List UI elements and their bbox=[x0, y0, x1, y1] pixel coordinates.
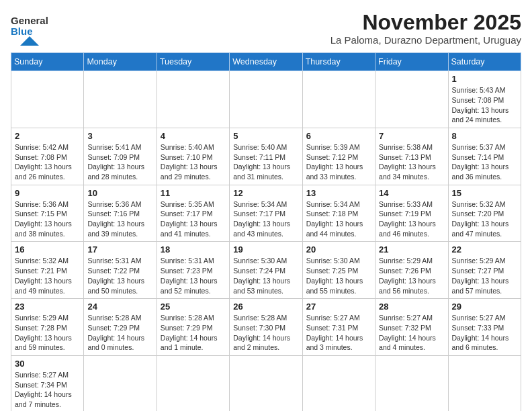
day-info: Sunrise: 5:31 AM Sunset: 7:23 PM Dayligh… bbox=[161, 256, 226, 295]
calendar-day-cell bbox=[157, 71, 229, 128]
calendar-day-cell bbox=[302, 71, 375, 128]
calendar-day-cell: 5Sunrise: 5:40 AM Sunset: 7:11 PM Daylig… bbox=[230, 128, 302, 185]
day-number: 29 bbox=[452, 302, 517, 312]
calendar-day-cell: 29Sunrise: 5:27 AM Sunset: 7:33 PM Dayli… bbox=[448, 299, 521, 356]
day-of-week-header: Thursday bbox=[302, 53, 375, 71]
day-of-week-header: Saturday bbox=[448, 53, 521, 71]
calendar-day-cell: 14Sunrise: 5:33 AM Sunset: 7:19 PM Dayli… bbox=[375, 185, 448, 242]
day-info: Sunrise: 5:32 AM Sunset: 7:20 PM Dayligh… bbox=[452, 199, 517, 239]
day-number: 17 bbox=[87, 244, 152, 255]
day-of-week-header: Friday bbox=[375, 53, 448, 71]
calendar-day-cell: 26Sunrise: 5:28 AM Sunset: 7:30 PM Dayli… bbox=[230, 299, 302, 356]
calendar-day-cell bbox=[84, 71, 157, 128]
calendar-day-cell: 24Sunrise: 5:28 AM Sunset: 7:29 PM Dayli… bbox=[84, 299, 157, 356]
day-info: Sunrise: 5:28 AM Sunset: 7:30 PM Dayligh… bbox=[233, 313, 298, 353]
day-number: 14 bbox=[379, 188, 444, 198]
day-info: Sunrise: 5:28 AM Sunset: 7:29 PM Dayligh… bbox=[161, 313, 226, 353]
calendar-week-row: 9Sunrise: 5:36 AM Sunset: 7:15 PM Daylig… bbox=[11, 185, 521, 242]
calendar-day-cell bbox=[230, 355, 302, 411]
day-number: 15 bbox=[452, 188, 517, 198]
calendar-day-cell: 4Sunrise: 5:40 AM Sunset: 7:10 PM Daylig… bbox=[157, 128, 229, 185]
calendar-day-cell: 9Sunrise: 5:36 AM Sunset: 7:15 PM Daylig… bbox=[11, 185, 84, 242]
day-number: 21 bbox=[379, 244, 444, 255]
calendar-week-row: 30Sunrise: 5:27 AM Sunset: 7:34 PM Dayli… bbox=[11, 355, 521, 411]
calendar-day-cell: 23Sunrise: 5:29 AM Sunset: 7:28 PM Dayli… bbox=[11, 299, 84, 356]
day-number: 10 bbox=[87, 188, 152, 198]
calendar-week-row: 2Sunrise: 5:42 AM Sunset: 7:08 PM Daylig… bbox=[11, 128, 521, 185]
calendar-day-cell: 16Sunrise: 5:32 AM Sunset: 7:21 PM Dayli… bbox=[11, 242, 84, 299]
calendar-day-cell: 19Sunrise: 5:30 AM Sunset: 7:24 PM Dayli… bbox=[230, 242, 302, 299]
calendar-week-row: 23Sunrise: 5:29 AM Sunset: 7:28 PM Dayli… bbox=[11, 299, 521, 356]
day-number: 13 bbox=[306, 188, 371, 198]
day-number: 18 bbox=[161, 244, 226, 255]
title-block: November 2025 La Paloma, Durazno Departm… bbox=[330, 11, 521, 46]
calendar-day-cell bbox=[302, 355, 375, 411]
calendar-day-cell: 27Sunrise: 5:27 AM Sunset: 7:31 PM Dayli… bbox=[302, 299, 375, 356]
day-info: Sunrise: 5:41 AM Sunset: 7:09 PM Dayligh… bbox=[87, 142, 152, 182]
calendar-day-cell: 22Sunrise: 5:29 AM Sunset: 7:27 PM Dayli… bbox=[448, 242, 521, 299]
day-info: Sunrise: 5:34 AM Sunset: 7:18 PM Dayligh… bbox=[306, 199, 371, 239]
day-info: Sunrise: 5:42 AM Sunset: 7:08 PM Dayligh… bbox=[15, 142, 80, 182]
day-info: Sunrise: 5:36 AM Sunset: 7:16 PM Dayligh… bbox=[87, 199, 152, 239]
day-info: Sunrise: 5:27 AM Sunset: 7:32 PM Dayligh… bbox=[379, 313, 444, 353]
day-number: 2 bbox=[15, 131, 80, 141]
day-number: 1 bbox=[452, 74, 517, 84]
calendar-day-cell: 1Sunrise: 5:43 AM Sunset: 7:08 PM Daylig… bbox=[448, 71, 521, 128]
day-of-week-header: Tuesday bbox=[157, 53, 229, 71]
page-header: General Blue November 2025 La Paloma, Du… bbox=[11, 11, 521, 46]
day-info: Sunrise: 5:39 AM Sunset: 7:12 PM Dayligh… bbox=[306, 142, 371, 182]
day-info: Sunrise: 5:43 AM Sunset: 7:08 PM Dayligh… bbox=[452, 85, 517, 125]
calendar-week-row: 1Sunrise: 5:43 AM Sunset: 7:08 PM Daylig… bbox=[11, 71, 521, 128]
day-number: 28 bbox=[379, 302, 444, 312]
day-number: 26 bbox=[233, 302, 298, 312]
logo-icon: General Blue bbox=[11, 11, 48, 46]
calendar-day-cell: 21Sunrise: 5:29 AM Sunset: 7:26 PM Dayli… bbox=[375, 242, 448, 299]
day-info: Sunrise: 5:29 AM Sunset: 7:26 PM Dayligh… bbox=[379, 256, 444, 295]
calendar-day-cell: 3Sunrise: 5:41 AM Sunset: 7:09 PM Daylig… bbox=[84, 128, 157, 185]
svg-text:Blue: Blue bbox=[11, 26, 33, 37]
calendar-day-cell: 28Sunrise: 5:27 AM Sunset: 7:32 PM Dayli… bbox=[375, 299, 448, 356]
calendar-day-cell bbox=[11, 71, 84, 128]
day-of-week-header: Monday bbox=[84, 53, 157, 71]
day-info: Sunrise: 5:27 AM Sunset: 7:34 PM Dayligh… bbox=[15, 370, 80, 410]
day-info: Sunrise: 5:29 AM Sunset: 7:28 PM Dayligh… bbox=[15, 313, 80, 353]
calendar-table: SundayMondayTuesdayWednesdayThursdayFrid… bbox=[11, 52, 521, 411]
day-info: Sunrise: 5:33 AM Sunset: 7:19 PM Dayligh… bbox=[379, 199, 444, 239]
calendar-day-cell: 10Sunrise: 5:36 AM Sunset: 7:16 PM Dayli… bbox=[84, 185, 157, 242]
day-number: 6 bbox=[306, 131, 371, 141]
day-of-week-header: Wednesday bbox=[230, 53, 302, 71]
svg-text:General: General bbox=[11, 15, 48, 26]
calendar-day-cell: 17Sunrise: 5:31 AM Sunset: 7:22 PM Dayli… bbox=[84, 242, 157, 299]
calendar-header-row: SundayMondayTuesdayWednesdayThursdayFrid… bbox=[11, 53, 521, 71]
svg-marker-2 bbox=[20, 36, 39, 46]
day-info: Sunrise: 5:36 AM Sunset: 7:15 PM Dayligh… bbox=[15, 199, 80, 239]
day-number: 8 bbox=[452, 131, 517, 141]
calendar-day-cell bbox=[157, 355, 229, 411]
day-number: 4 bbox=[161, 131, 226, 141]
location-title: La Paloma, Durazno Department, Uruguay bbox=[330, 34, 521, 46]
month-title: November 2025 bbox=[330, 11, 521, 34]
day-info: Sunrise: 5:30 AM Sunset: 7:25 PM Dayligh… bbox=[306, 256, 371, 295]
day-number: 20 bbox=[306, 244, 371, 255]
day-number: 22 bbox=[452, 244, 517, 255]
calendar-day-cell: 7Sunrise: 5:38 AM Sunset: 7:13 PM Daylig… bbox=[375, 128, 448, 185]
calendar-day-cell: 11Sunrise: 5:35 AM Sunset: 7:17 PM Dayli… bbox=[157, 185, 229, 242]
day-info: Sunrise: 5:32 AM Sunset: 7:21 PM Dayligh… bbox=[15, 256, 80, 295]
day-info: Sunrise: 5:38 AM Sunset: 7:13 PM Dayligh… bbox=[379, 142, 444, 182]
calendar-day-cell: 6Sunrise: 5:39 AM Sunset: 7:12 PM Daylig… bbox=[302, 128, 375, 185]
calendar-day-cell: 13Sunrise: 5:34 AM Sunset: 7:18 PM Dayli… bbox=[302, 185, 375, 242]
day-info: Sunrise: 5:40 AM Sunset: 7:11 PM Dayligh… bbox=[233, 142, 298, 182]
day-number: 19 bbox=[233, 244, 298, 255]
day-number: 7 bbox=[379, 131, 444, 141]
day-number: 24 bbox=[87, 302, 152, 312]
calendar-day-cell bbox=[375, 355, 448, 411]
day-number: 5 bbox=[233, 131, 298, 141]
day-number: 27 bbox=[306, 302, 371, 312]
day-info: Sunrise: 5:35 AM Sunset: 7:17 PM Dayligh… bbox=[161, 199, 226, 239]
day-info: Sunrise: 5:37 AM Sunset: 7:14 PM Dayligh… bbox=[452, 142, 517, 182]
day-number: 9 bbox=[15, 188, 80, 198]
day-info: Sunrise: 5:40 AM Sunset: 7:10 PM Dayligh… bbox=[161, 142, 226, 182]
day-info: Sunrise: 5:27 AM Sunset: 7:33 PM Dayligh… bbox=[452, 313, 517, 353]
calendar-day-cell: 15Sunrise: 5:32 AM Sunset: 7:20 PM Dayli… bbox=[448, 185, 521, 242]
calendar-day-cell bbox=[84, 355, 157, 411]
